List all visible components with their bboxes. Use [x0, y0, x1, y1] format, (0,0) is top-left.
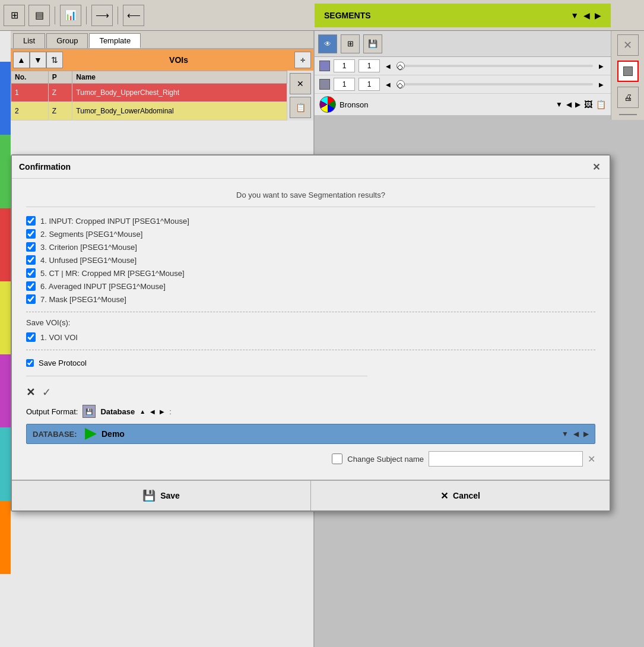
- bronson-dropdown[interactable]: ▼: [556, 100, 563, 109]
- slider-right-arrow-1[interactable]: ▶: [597, 61, 606, 71]
- toolbar-sep-1: [55, 7, 55, 24]
- bronson-row: Bronson ▼ ◀ ▶ 🖼 📋: [315, 94, 611, 115]
- dialog-footer: 💾 Save ✕ Cancel: [12, 480, 610, 510]
- checkbox-7[interactable]: [26, 294, 36, 304]
- far-right-close-x[interactable]: ✕: [617, 34, 639, 56]
- far-right-stop-btn[interactable]: [617, 61, 639, 82]
- table-row[interactable]: 1 Z Tumor_Body_UpperChest_Right: [11, 84, 287, 102]
- toolbar-btn-chart[interactable]: 📊: [60, 5, 81, 26]
- change-subject-clear-btn[interactable]: ✕: [588, 453, 595, 465]
- action-row: ✕ ✓: [26, 382, 595, 402]
- checkbox-label-1: 1. INPUT: Cropped INPUT [PSEG1^Mouse]: [40, 217, 189, 226]
- segments-next-btn[interactable]: ▶: [595, 11, 601, 20]
- bronson-icon2[interactable]: 📋: [596, 100, 606, 109]
- voi-section: ▲ ▼ ⇅ VOIs ✛ No. P Name: [11, 49, 313, 120]
- toolbar-btn-arrow-left[interactable]: ⟵: [123, 5, 144, 26]
- database-row: DATABASE: Demo ▼ ◀ ▶: [26, 424, 595, 444]
- slider-left-arrow-1[interactable]: ◀: [383, 61, 393, 71]
- cell-name-2: Tumor_Body_LowerAbdominal: [72, 102, 287, 120]
- slider-input-1a[interactable]: [334, 59, 355, 72]
- slider-thumb-2: ◇: [396, 80, 405, 88]
- voi-checkbox-label-1: 1. VOI VOI: [40, 333, 78, 342]
- voi-up-btn[interactable]: ▲: [13, 52, 30, 68]
- tab-group[interactable]: Group: [46, 33, 88, 48]
- far-right-panel: ✕ 🖨: [611, 31, 644, 120]
- toolbar-sep-3: [118, 7, 118, 24]
- right-icon-toolbar: 👁 ⊞ 💾: [315, 31, 611, 57]
- bronson-next[interactable]: ▶: [575, 100, 580, 109]
- change-subject-checkbox[interactable]: [332, 453, 342, 464]
- checkbox-1[interactable]: [26, 216, 36, 226]
- cs-purple: [0, 354, 11, 427]
- action-x-btn[interactable]: ✕: [26, 386, 35, 399]
- dialog-title: Confirmation: [19, 162, 71, 172]
- save-button[interactable]: 💾 Save: [12, 481, 311, 510]
- of-up-arrow[interactable]: ▲: [139, 408, 145, 415]
- output-format-row: Output Format: 💾 Database ▲ ◀ ▶ :: [26, 402, 595, 420]
- segments-dropdown-btn[interactable]: ▼: [570, 11, 579, 20]
- table-row[interactable]: 2 Z Tumor_Body_LowerAbdominal: [11, 102, 287, 120]
- checkbox-6[interactable]: [26, 281, 36, 291]
- cancel-button[interactable]: ✕ Cancel: [311, 481, 610, 510]
- slider-left-arrow-2[interactable]: ◀: [383, 80, 393, 89]
- slider-right-arrow-2[interactable]: ▶: [597, 80, 606, 89]
- rt-btn-save[interactable]: 💾: [363, 34, 382, 53]
- voi-checkbox-1[interactable]: [26, 332, 36, 342]
- voi-move-btn[interactable]: ✛: [294, 52, 311, 68]
- toolbar-btn-2[interactable]: ▤: [28, 5, 50, 26]
- toolbar-sep-2: [86, 7, 87, 24]
- bronson-icon1[interactable]: 🖼: [584, 100, 592, 109]
- slider-input-1b[interactable]: [359, 59, 380, 72]
- tab-list[interactable]: List: [13, 33, 45, 48]
- slider-input-2a[interactable]: [334, 78, 355, 91]
- save-protocol-label: Save Protocol: [39, 359, 87, 367]
- segments-prev-btn[interactable]: ◀: [583, 11, 590, 20]
- change-subject-label: Change Subject name: [347, 455, 424, 464]
- cancel-icon: ✕: [440, 490, 448, 502]
- of-left-arrow[interactable]: ◀: [150, 408, 155, 415]
- db-dropdown-arrow[interactable]: ▼: [561, 430, 569, 438]
- divider-2: [26, 350, 595, 350]
- slider-bar-1[interactable]: ◇: [396, 65, 593, 67]
- voi-down-btn[interactable]: ▼: [30, 52, 46, 68]
- slider-row-2: ◀ ◇ ▶: [315, 75, 611, 94]
- tab-bar: List Group Template: [11, 31, 313, 49]
- of-right-arrow[interactable]: ▶: [160, 408, 164, 415]
- far-right-print-btn[interactable]: 🖨: [617, 87, 639, 108]
- rt-btn-eye[interactable]: 👁: [318, 34, 337, 53]
- save-protocol-checkbox[interactable]: [26, 359, 34, 367]
- dialog-close-btn[interactable]: ✕: [589, 160, 602, 173]
- toolbar-btn-arrow-right[interactable]: ⟶: [91, 5, 113, 26]
- change-subject-input[interactable]: [429, 451, 583, 467]
- action-check-btn[interactable]: ✓: [42, 386, 51, 399]
- checkbox-4[interactable]: [26, 255, 36, 265]
- cs-yellow: [0, 281, 11, 354]
- checkbox-3[interactable]: [26, 242, 36, 252]
- tab-template[interactable]: Template: [89, 33, 141, 48]
- voi-action-btn-1[interactable]: ✕: [290, 73, 311, 94]
- checkbox-item-1: 1. INPUT: Cropped INPUT [PSEG1^Mouse]: [26, 214, 595, 227]
- cs-red: [0, 208, 11, 281]
- segments-title-bar: SEGMENTS ▼ ◀ ▶: [315, 4, 611, 27]
- layer-icon-2: [319, 79, 330, 90]
- voi-sort-btn[interactable]: ⇅: [46, 52, 63, 68]
- checkbox-label-7: 7. Mask [PSEG1^Mouse]: [40, 295, 126, 304]
- bronson-prev[interactable]: ◀: [566, 100, 572, 109]
- db-prev-arrow[interactable]: ◀: [573, 430, 579, 438]
- checkbox-5[interactable]: [26, 268, 36, 278]
- toolbar-btn-1[interactable]: ⊞: [4, 5, 25, 26]
- checkbox-2[interactable]: [26, 229, 36, 239]
- change-subject-row: Change Subject name ✕: [26, 448, 595, 470]
- col-p: P: [48, 71, 72, 84]
- db-next-arrow[interactable]: ▶: [583, 430, 589, 438]
- database-play-icon: [85, 428, 97, 440]
- checkbox-item-4: 4. Unfused [PSEG1^Mouse]: [26, 253, 595, 267]
- voi-action-btn-2[interactable]: 📋: [290, 97, 311, 118]
- rt-btn-grid[interactable]: ⊞: [341, 34, 360, 53]
- database-label: DATABASE:: [33, 430, 80, 439]
- slider-bar-2[interactable]: ◇: [396, 83, 593, 85]
- checkbox-label-6: 6. Averaged INPUT [PSEG1^Mouse]: [40, 282, 166, 291]
- dialog-body: Do you want to save Segmentation results…: [12, 179, 610, 477]
- checkbox-label-4: 4. Unfused [PSEG1^Mouse]: [40, 256, 137, 265]
- slider-input-2b[interactable]: [359, 78, 380, 91]
